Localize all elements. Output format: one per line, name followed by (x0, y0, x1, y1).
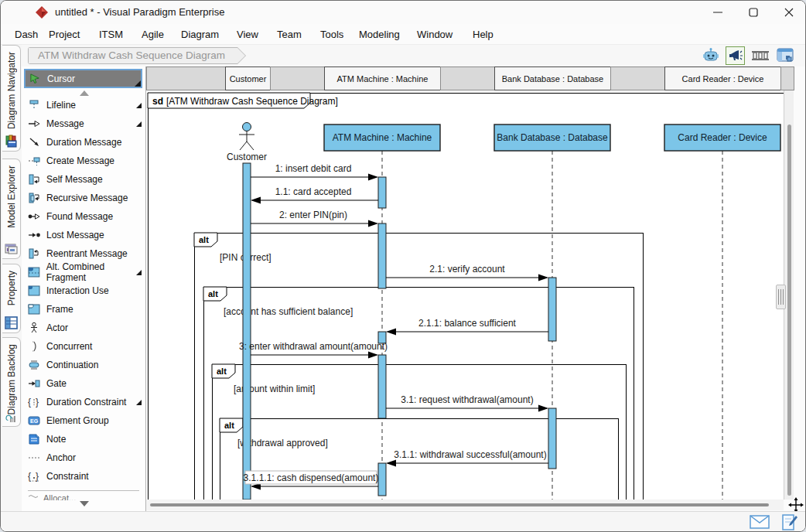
menu-agile[interactable]: Agile (142, 24, 164, 45)
compose-note-icon[interactable] (782, 513, 797, 532)
menu-itsm[interactable]: ITSM (99, 24, 123, 45)
palette-item-gate[interactable]: Gate (22, 374, 145, 393)
palette-item-constraint[interactable]: { } Constraint (22, 467, 145, 486)
activation-atm-4 (378, 355, 386, 418)
lifeline-heads[interactable]: ATM Machine : Machine Bank Database : Da… (324, 124, 780, 151)
palette-item-recursive-message[interactable]: Recursive Message (22, 189, 145, 207)
palette-item-element-group[interactable]: EG Element Group (22, 411, 145, 430)
message-icon (28, 118, 40, 130)
palette-item-label: Interaction Use (46, 285, 109, 296)
menu-team[interactable]: Team (277, 24, 302, 45)
header-segment (780, 66, 794, 90)
recursive-message-icon (28, 192, 40, 204)
gate-icon (28, 377, 40, 390)
app-window: untitled * - Visual Paradigm Enterprise … (0, 0, 806, 532)
breadcrumb[interactable]: ATM Withdraw Cash Sequence Diagram (28, 47, 246, 64)
tab-model-explorer[interactable]: Model Explorer (2, 159, 21, 259)
palette-scroll-down[interactable] (22, 501, 146, 506)
diagram-navigator-icon (5, 135, 18, 148)
palette-item-message[interactable]: Message (22, 114, 145, 133)
palette-item-clipped[interactable]: Allocat... (28, 493, 139, 500)
palette-item-label: Lost Message (46, 230, 104, 240)
palette-item-label: Duration Message (46, 137, 121, 148)
frame-title: [ATM Withdraw Cash Sequence Diagram] (166, 96, 338, 107)
actor-icon (28, 322, 40, 334)
palette-item-duration-constraint[interactable]: { } Duration Constraint (22, 393, 145, 411)
flyout-arrow-icon (136, 103, 142, 108)
close-button[interactable] (771, 1, 806, 24)
palette-item-alt-combined-fragment[interactable]: Alt. Combined Fragment (22, 263, 145, 281)
palette-item-continuation[interactable]: Continuation (22, 356, 145, 374)
window-controls (700, 1, 806, 24)
panel-layout-icon[interactable] (775, 46, 794, 65)
palette-item-reentrant-message[interactable]: Reentrant Message (22, 244, 145, 263)
flyout-arrow-icon (136, 270, 142, 275)
title-bar: untitled * - Visual Paradigm Enterprise (1, 1, 806, 24)
minimize-button[interactable] (700, 1, 736, 24)
fragment-operator: alt (208, 289, 218, 298)
lifeline-name: ATM Machine : Machine (333, 132, 432, 143)
cursor-tool-selected[interactable]: Cursor (24, 69, 142, 88)
palette-item-lifeline[interactable]: Lifeline (22, 96, 145, 114)
storyboard-icon[interactable] (750, 46, 770, 65)
activation-atm-5 (378, 463, 386, 496)
lost-message-icon (28, 229, 40, 241)
flyout-corner-icon (135, 80, 141, 87)
continuation-icon (28, 359, 40, 371)
palette-item-frame[interactable]: Frame (22, 300, 145, 319)
duration-constraint-icon: { } (28, 396, 40, 408)
model-explorer-icon (5, 242, 18, 255)
menu-help[interactable]: Help (473, 24, 494, 45)
vertical-scrollbar-thumb[interactable] (787, 124, 791, 496)
menu-modeling[interactable]: Modeling (359, 24, 400, 45)
announcement-megaphone-icon[interactable] (726, 46, 745, 65)
palette-item-duration-message[interactable]: Duration Message (22, 133, 145, 152)
ai-assistant-robot-icon[interactable] (701, 46, 720, 65)
menu-diagram[interactable]: Diagram (181, 24, 219, 45)
panel-splitter-grip[interactable] (776, 285, 786, 309)
palette-item-note[interactable]: Note (22, 430, 145, 448)
header-tab-atm-machine[interactable]: ATM Machine : Machine (324, 66, 441, 90)
palette-item-actor[interactable]: Actor (22, 319, 145, 337)
menu-view[interactable]: View (237, 24, 258, 45)
tab-property[interactable]: Property (2, 264, 21, 333)
tab-diagram-navigator[interactable]: Diagram Navigator (2, 45, 21, 152)
palette-item-found-message[interactable]: Found Message (22, 207, 145, 226)
lifeline-header-bar: Customer ATM Machine : Machine Bank Data… (146, 66, 794, 90)
palette-item-interaction-use[interactable]: Interaction Use (22, 281, 145, 300)
palette-divider (28, 490, 139, 491)
palette-item-concurrent[interactable]: Concurrent (22, 337, 145, 356)
header-tab-bank-database[interactable]: Bank Database : Database (494, 66, 611, 90)
palette-item-label: Concurrent (46, 341, 92, 352)
mail-icon[interactable] (750, 515, 770, 532)
palette-item-anchor[interactable]: Anchor (22, 448, 145, 467)
maximize-button[interactable] (736, 1, 771, 24)
tab-diagram-backlog[interactable]: Diagram Backlog (2, 337, 21, 427)
palette-item-self-message[interactable]: Self Message (22, 170, 145, 189)
palette-item-label: Gate (46, 378, 67, 389)
horizontal-scrollbar-thumb[interactable] (150, 503, 769, 506)
menu-tools[interactable]: Tools (320, 24, 343, 45)
actor-customer[interactable]: Customer (227, 123, 267, 163)
message-label: 3: enter withdrawal amount(amount) (239, 341, 388, 352)
fragment-operator: alt (217, 367, 227, 376)
message-label: 3.1.1.1: cash dispensed(amount) (244, 472, 379, 483)
top-toolbar (701, 46, 794, 65)
header-tab-card-reader[interactable]: Card Reader : Device (664, 66, 781, 90)
palette-item-label: Alt. Combined Fragment (46, 261, 145, 283)
horizontal-scrollbar[interactable] (146, 500, 784, 510)
menu-project[interactable]: Project (49, 24, 80, 45)
diagram-backlog-icon (5, 414, 18, 423)
palette-item-lost-message[interactable]: Lost Message (22, 226, 145, 244)
visual-paradigm-logo-icon (35, 5, 49, 19)
menu-window[interactable]: Window (417, 24, 453, 45)
header-segment (146, 66, 226, 90)
header-tab-customer[interactable]: Customer (225, 66, 271, 90)
svg-text:{: { (28, 397, 31, 408)
activation-atm-1 (378, 177, 386, 208)
palette-item-create-message[interactable]: Create Message (22, 152, 145, 170)
menu-dash[interactable]: Dash (15, 24, 38, 45)
sequence-diagram-canvas[interactable]: sd [ATM Withdraw Cash Sequence Diagram] … (146, 90, 784, 500)
side-tab-strip: Diagram Navigator Model Explorer Propert… (1, 45, 22, 511)
palette-item-label: Message (46, 118, 84, 129)
